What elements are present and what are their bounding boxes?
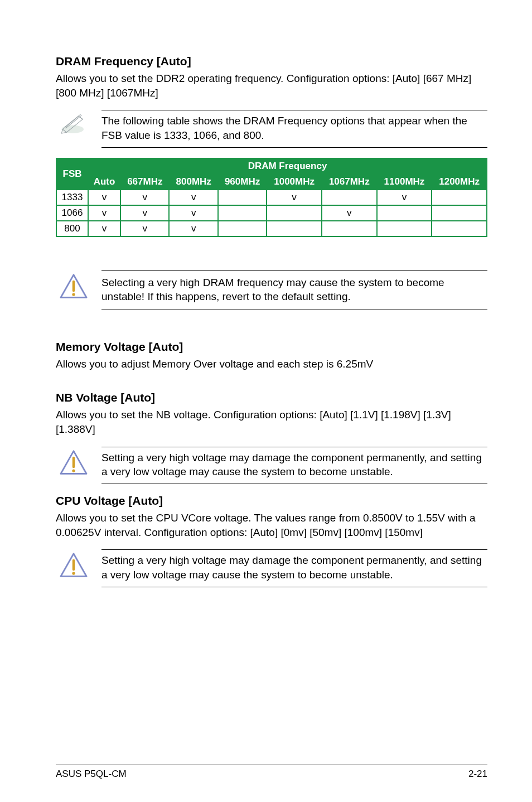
fsb-1066: 1066 [56,205,88,221]
cell: v [377,190,432,205]
memory-voltage-body: Allows you to adjust Memory Over voltage… [56,357,487,371]
cell [218,221,267,236]
cell: v [120,221,169,236]
cell: v [169,190,217,205]
table-row: 800 v v v [56,221,487,236]
col-1100: 1100MHz [377,174,432,190]
col-1200: 1200MHz [432,174,487,190]
cell [377,221,432,236]
table-col-headers: Auto 667MHz 800MHz 960MHz 1000MHz 1067MH… [56,174,487,190]
col-800: 800MHz [169,174,217,190]
cpu-voltage-heading: CPU Voltage [Auto] [56,494,487,508]
cpu-voltage-body: Allows you to set the CPU VCore voltage.… [56,511,487,539]
cell [377,205,432,221]
note-dram-table-text: The following table shows the DRAM Frequ… [101,114,487,142]
cell: v [88,221,120,236]
footer-left: ASUS P5QL-CM [56,769,127,780]
cell [322,221,377,236]
cell [218,190,267,205]
warn-cpu-voltage-text: Setting a very high voltage may damage t… [101,553,487,582]
fsb-1333: 1333 [56,190,88,205]
svg-point-2 [72,293,75,296]
col-960: 960MHz [218,174,267,190]
cell: v [322,205,377,221]
warning-icon [56,549,91,578]
table-title: DRAM Frequency [88,158,487,174]
cell [267,205,322,221]
cell: v [169,221,217,236]
dram-frequency-body: Allows you to set the DDR2 operating fre… [56,71,487,100]
memory-voltage-heading: Memory Voltage [Auto] [56,340,487,354]
note-pencil-icon [56,110,91,134]
cell: v [267,190,322,205]
dram-frequency-table: FSB DRAM Frequency Auto 667MHz 800MHz 96… [56,158,487,237]
warn-nb-voltage-text: Setting a very high voltage may damage t… [101,451,487,479]
cell [432,221,487,236]
col-667: 667MHz [120,174,169,190]
col-auto: Auto [88,174,120,190]
cell [432,205,487,221]
cell: v [120,190,169,205]
warn-dram-high-text: Selecting a very high DRAM frequency may… [101,276,487,304]
svg-point-0 [61,125,84,133]
cell: v [120,205,169,221]
footer-right: 2-21 [468,769,487,780]
cell: v [88,190,120,205]
fsb-800: 800 [56,221,88,236]
cell: v [169,205,217,221]
cell [267,221,322,236]
dram-frequency-heading: DRAM Frequency [Auto] [56,55,487,68]
cell [322,190,377,205]
svg-point-4 [72,469,75,472]
nb-voltage-heading: NB Voltage [Auto] [56,391,487,404]
cell [432,190,487,205]
page-footer: ASUS P5QL-CM 2-21 [56,765,487,780]
cell: v [88,205,120,221]
table-row: 1333 v v v v v [56,190,487,205]
col-1067: 1067MHz [322,174,377,190]
table-row: 1066 v v v v [56,205,487,221]
cell [218,205,267,221]
col-1000: 1000MHz [267,174,322,190]
svg-point-6 [72,572,75,575]
warning-icon [56,447,91,476]
nb-voltage-body: Allows you to set the NB voltage. Config… [56,408,487,436]
warning-icon [56,270,91,299]
table-fsb-header: FSB [56,158,88,190]
